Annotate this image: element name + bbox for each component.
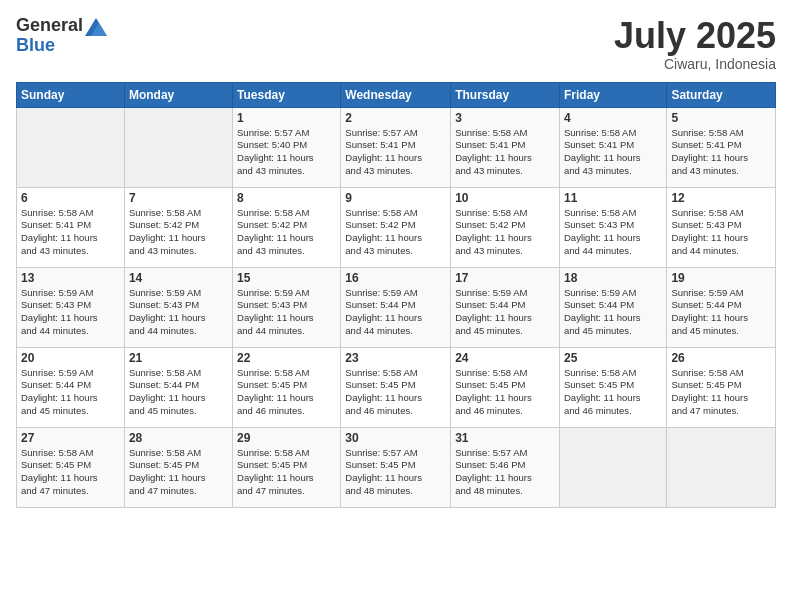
day-info: Sunrise: 5:58 AM Sunset: 5:44 PM Dayligh… xyxy=(129,367,228,418)
day-info: Sunrise: 5:59 AM Sunset: 5:44 PM Dayligh… xyxy=(345,287,446,338)
day-number: 4 xyxy=(564,111,662,125)
table-row: 12Sunrise: 5:58 AM Sunset: 5:43 PM Dayli… xyxy=(667,187,776,267)
day-number: 23 xyxy=(345,351,446,365)
day-number: 8 xyxy=(237,191,336,205)
table-row: 15Sunrise: 5:59 AM Sunset: 5:43 PM Dayli… xyxy=(233,267,341,347)
day-number: 22 xyxy=(237,351,336,365)
table-row xyxy=(124,107,232,187)
table-row: 1Sunrise: 5:57 AM Sunset: 5:40 PM Daylig… xyxy=(233,107,341,187)
table-row: 19Sunrise: 5:59 AM Sunset: 5:44 PM Dayli… xyxy=(667,267,776,347)
day-number: 31 xyxy=(455,431,555,445)
table-row: 30Sunrise: 5:57 AM Sunset: 5:45 PM Dayli… xyxy=(341,427,451,507)
day-info: Sunrise: 5:59 AM Sunset: 5:44 PM Dayligh… xyxy=(21,367,120,418)
col-wednesday: Wednesday xyxy=(341,82,451,107)
day-info: Sunrise: 5:57 AM Sunset: 5:41 PM Dayligh… xyxy=(345,127,446,178)
table-row: 13Sunrise: 5:59 AM Sunset: 5:43 PM Dayli… xyxy=(17,267,125,347)
table-row: 17Sunrise: 5:59 AM Sunset: 5:44 PM Dayli… xyxy=(451,267,560,347)
day-number: 30 xyxy=(345,431,446,445)
day-info: Sunrise: 5:59 AM Sunset: 5:44 PM Dayligh… xyxy=(564,287,662,338)
table-row: 31Sunrise: 5:57 AM Sunset: 5:46 PM Dayli… xyxy=(451,427,560,507)
table-row: 9Sunrise: 5:58 AM Sunset: 5:42 PM Daylig… xyxy=(341,187,451,267)
table-row: 22Sunrise: 5:58 AM Sunset: 5:45 PM Dayli… xyxy=(233,347,341,427)
header: General Blue July 2025 Ciwaru, Indonesia xyxy=(16,16,776,72)
table-row: 7Sunrise: 5:58 AM Sunset: 5:42 PM Daylig… xyxy=(124,187,232,267)
day-info: Sunrise: 5:57 AM Sunset: 5:46 PM Dayligh… xyxy=(455,447,555,498)
day-number: 5 xyxy=(671,111,771,125)
day-number: 10 xyxy=(455,191,555,205)
calendar: Sunday Monday Tuesday Wednesday Thursday… xyxy=(16,82,776,508)
day-info: Sunrise: 5:58 AM Sunset: 5:45 PM Dayligh… xyxy=(345,367,446,418)
day-info: Sunrise: 5:57 AM Sunset: 5:45 PM Dayligh… xyxy=(345,447,446,498)
table-row: 11Sunrise: 5:58 AM Sunset: 5:43 PM Dayli… xyxy=(559,187,666,267)
title-block: July 2025 Ciwaru, Indonesia xyxy=(614,16,776,72)
day-info: Sunrise: 5:58 AM Sunset: 5:42 PM Dayligh… xyxy=(237,207,336,258)
day-info: Sunrise: 5:58 AM Sunset: 5:45 PM Dayligh… xyxy=(564,367,662,418)
day-info: Sunrise: 5:58 AM Sunset: 5:41 PM Dayligh… xyxy=(21,207,120,258)
table-row: 25Sunrise: 5:58 AM Sunset: 5:45 PM Dayli… xyxy=(559,347,666,427)
location: Ciwaru, Indonesia xyxy=(614,56,776,72)
col-thursday: Thursday xyxy=(451,82,560,107)
day-info: Sunrise: 5:58 AM Sunset: 5:45 PM Dayligh… xyxy=(237,447,336,498)
day-number: 27 xyxy=(21,431,120,445)
table-row: 16Sunrise: 5:59 AM Sunset: 5:44 PM Dayli… xyxy=(341,267,451,347)
table-row: 14Sunrise: 5:59 AM Sunset: 5:43 PM Dayli… xyxy=(124,267,232,347)
day-number: 3 xyxy=(455,111,555,125)
day-info: Sunrise: 5:58 AM Sunset: 5:41 PM Dayligh… xyxy=(564,127,662,178)
col-saturday: Saturday xyxy=(667,82,776,107)
day-number: 24 xyxy=(455,351,555,365)
logo-general: General xyxy=(16,16,107,36)
col-tuesday: Tuesday xyxy=(233,82,341,107)
page: General Blue July 2025 Ciwaru, Indonesia… xyxy=(0,0,792,612)
day-number: 9 xyxy=(345,191,446,205)
table-row: 21Sunrise: 5:58 AM Sunset: 5:44 PM Dayli… xyxy=(124,347,232,427)
day-info: Sunrise: 5:58 AM Sunset: 5:42 PM Dayligh… xyxy=(455,207,555,258)
day-info: Sunrise: 5:58 AM Sunset: 5:45 PM Dayligh… xyxy=(21,447,120,498)
day-info: Sunrise: 5:59 AM Sunset: 5:43 PM Dayligh… xyxy=(21,287,120,338)
day-info: Sunrise: 5:58 AM Sunset: 5:45 PM Dayligh… xyxy=(455,367,555,418)
day-info: Sunrise: 5:59 AM Sunset: 5:44 PM Dayligh… xyxy=(671,287,771,338)
day-number: 20 xyxy=(21,351,120,365)
day-number: 16 xyxy=(345,271,446,285)
day-number: 21 xyxy=(129,351,228,365)
day-number: 2 xyxy=(345,111,446,125)
day-number: 12 xyxy=(671,191,771,205)
day-number: 7 xyxy=(129,191,228,205)
day-number: 25 xyxy=(564,351,662,365)
day-number: 14 xyxy=(129,271,228,285)
table-row xyxy=(17,107,125,187)
table-row xyxy=(559,427,666,507)
logo-blue: Blue xyxy=(16,36,107,56)
day-info: Sunrise: 5:59 AM Sunset: 5:43 PM Dayligh… xyxy=(129,287,228,338)
day-info: Sunrise: 5:57 AM Sunset: 5:40 PM Dayligh… xyxy=(237,127,336,178)
day-number: 11 xyxy=(564,191,662,205)
table-row xyxy=(667,427,776,507)
day-info: Sunrise: 5:58 AM Sunset: 5:43 PM Dayligh… xyxy=(671,207,771,258)
logo: General Blue xyxy=(16,16,107,56)
day-number: 26 xyxy=(671,351,771,365)
table-row: 26Sunrise: 5:58 AM Sunset: 5:45 PM Dayli… xyxy=(667,347,776,427)
logo-text: General Blue xyxy=(16,16,107,56)
day-number: 29 xyxy=(237,431,336,445)
table-row: 27Sunrise: 5:58 AM Sunset: 5:45 PM Dayli… xyxy=(17,427,125,507)
day-number: 19 xyxy=(671,271,771,285)
table-row: 23Sunrise: 5:58 AM Sunset: 5:45 PM Dayli… xyxy=(341,347,451,427)
day-number: 1 xyxy=(237,111,336,125)
day-info: Sunrise: 5:59 AM Sunset: 5:44 PM Dayligh… xyxy=(455,287,555,338)
day-info: Sunrise: 5:58 AM Sunset: 5:41 PM Dayligh… xyxy=(671,127,771,178)
table-row: 20Sunrise: 5:59 AM Sunset: 5:44 PM Dayli… xyxy=(17,347,125,427)
logo-icon xyxy=(85,18,107,36)
day-number: 6 xyxy=(21,191,120,205)
col-monday: Monday xyxy=(124,82,232,107)
day-info: Sunrise: 5:58 AM Sunset: 5:42 PM Dayligh… xyxy=(129,207,228,258)
month-title: July 2025 xyxy=(614,16,776,56)
table-row: 10Sunrise: 5:58 AM Sunset: 5:42 PM Dayli… xyxy=(451,187,560,267)
day-info: Sunrise: 5:58 AM Sunset: 5:45 PM Dayligh… xyxy=(129,447,228,498)
table-row: 2Sunrise: 5:57 AM Sunset: 5:41 PM Daylig… xyxy=(341,107,451,187)
table-row: 8Sunrise: 5:58 AM Sunset: 5:42 PM Daylig… xyxy=(233,187,341,267)
table-row: 24Sunrise: 5:58 AM Sunset: 5:45 PM Dayli… xyxy=(451,347,560,427)
table-row: 18Sunrise: 5:59 AM Sunset: 5:44 PM Dayli… xyxy=(559,267,666,347)
day-info: Sunrise: 5:58 AM Sunset: 5:41 PM Dayligh… xyxy=(455,127,555,178)
table-row: 3Sunrise: 5:58 AM Sunset: 5:41 PM Daylig… xyxy=(451,107,560,187)
table-row: 29Sunrise: 5:58 AM Sunset: 5:45 PM Dayli… xyxy=(233,427,341,507)
col-friday: Friday xyxy=(559,82,666,107)
